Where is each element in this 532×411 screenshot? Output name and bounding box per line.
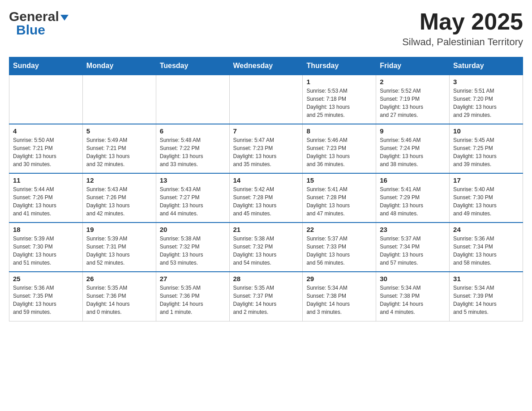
day-info: Sunrise: 5:35 AMSunset: 7:36 PMDaylight:… [160,284,226,316]
calendar-cell: 2Sunrise: 5:52 AMSunset: 7:19 PMDaylight… [376,75,450,124]
day-info: Sunrise: 5:34 AMSunset: 7:39 PMDaylight:… [453,284,519,316]
day-info: Sunrise: 5:36 AMSunset: 7:35 PMDaylight:… [13,284,79,316]
day-info: Sunrise: 5:35 AMSunset: 7:36 PMDaylight:… [86,284,152,316]
day-info: Sunrise: 5:37 AMSunset: 7:33 PMDaylight:… [306,235,372,267]
day-number: 9 [380,127,446,135]
day-number: 17 [453,176,519,184]
header-sunday: Sunday [9,57,83,75]
day-info: Sunrise: 5:41 AMSunset: 7:28 PMDaylight:… [306,185,372,218]
day-number: 2 [380,78,446,86]
calendar-cell: 14Sunrise: 5:42 AMSunset: 7:28 PMDayligh… [229,173,303,223]
calendar-cell: 20Sunrise: 5:38 AMSunset: 7:32 PMDayligh… [156,223,229,272]
day-info: Sunrise: 5:53 AMSunset: 7:18 PMDaylight:… [306,87,372,119]
day-number: 19 [86,226,152,233]
calendar-cell: 10Sunrise: 5:45 AMSunset: 7:25 PMDayligh… [450,124,523,173]
calendar-week-row: 1Sunrise: 5:53 AMSunset: 7:18 PMDaylight… [9,75,523,124]
calendar-cell: 23Sunrise: 5:37 AMSunset: 7:34 PMDayligh… [376,223,450,272]
calendar-cell: 15Sunrise: 5:41 AMSunset: 7:28 PMDayligh… [303,173,376,223]
calendar-week-row: 18Sunrise: 5:39 AMSunset: 7:30 PMDayligh… [9,223,523,272]
day-number: 6 [160,127,226,135]
day-number: 8 [306,127,372,135]
day-info: Sunrise: 5:41 AMSunset: 7:29 PMDaylight:… [380,185,446,218]
calendar-cell: 28Sunrise: 5:35 AMSunset: 7:37 PMDayligh… [229,272,303,321]
day-number: 26 [86,275,152,283]
day-number: 1 [306,78,372,86]
day-info: Sunrise: 5:52 AMSunset: 7:19 PMDaylight:… [380,87,446,119]
calendar-cell: 5Sunrise: 5:49 AMSunset: 7:21 PMDaylight… [82,124,156,173]
day-number: 28 [233,275,299,283]
day-info: Sunrise: 5:39 AMSunset: 7:31 PMDaylight:… [86,235,152,267]
day-info: Sunrise: 5:45 AMSunset: 7:25 PMDaylight:… [453,136,519,168]
calendar-week-row: 11Sunrise: 5:44 AMSunset: 7:26 PMDayligh… [9,173,523,223]
calendar-cell: 7Sunrise: 5:47 AMSunset: 7:23 PMDaylight… [229,124,303,173]
calendar-cell: 26Sunrise: 5:35 AMSunset: 7:36 PMDayligh… [82,272,156,321]
day-number: 29 [306,275,372,283]
calendar-cell: 4Sunrise: 5:50 AMSunset: 7:21 PMDaylight… [9,124,83,173]
calendar-cell: 27Sunrise: 5:35 AMSunset: 7:36 PMDayligh… [156,272,229,321]
title-block: May 2025 Silwad, Palestinian Territory [402,9,523,48]
calendar-cell: 17Sunrise: 5:40 AMSunset: 7:30 PMDayligh… [450,173,523,223]
calendar-table: Sunday Monday Tuesday Wednesday Thursday… [9,57,523,321]
calendar-cell: 12Sunrise: 5:43 AMSunset: 7:26 PMDayligh… [82,173,156,223]
header-monday: Monday [82,57,156,75]
calendar-cell: 21Sunrise: 5:38 AMSunset: 7:32 PMDayligh… [229,223,303,272]
day-number: 21 [233,226,299,233]
day-number: 7 [233,127,299,135]
logo: General Blue [9,9,69,38]
calendar-cell [156,75,229,124]
day-info: Sunrise: 5:51 AMSunset: 7:20 PMDaylight:… [453,87,519,119]
day-number: 13 [160,176,226,184]
day-number: 27 [160,275,226,283]
day-number: 23 [380,226,446,233]
calendar-cell: 19Sunrise: 5:39 AMSunset: 7:31 PMDayligh… [82,223,156,272]
day-info: Sunrise: 5:43 AMSunset: 7:27 PMDaylight:… [160,185,226,218]
calendar-cell: 22Sunrise: 5:37 AMSunset: 7:33 PMDayligh… [303,223,376,272]
calendar-header-row: Sunday Monday Tuesday Wednesday Thursday… [9,57,523,75]
day-number: 16 [380,176,446,184]
day-info: Sunrise: 5:38 AMSunset: 7:32 PMDaylight:… [233,235,299,267]
day-info: Sunrise: 5:40 AMSunset: 7:30 PMDaylight:… [453,185,519,218]
day-info: Sunrise: 5:42 AMSunset: 7:28 PMDaylight:… [233,185,299,218]
calendar-cell [229,75,303,124]
header-wednesday: Wednesday [229,57,303,75]
day-info: Sunrise: 5:46 AMSunset: 7:24 PMDaylight:… [380,136,446,168]
day-info: Sunrise: 5:37 AMSunset: 7:34 PMDaylight:… [380,235,446,267]
day-info: Sunrise: 5:49 AMSunset: 7:21 PMDaylight:… [86,136,152,168]
day-info: Sunrise: 5:38 AMSunset: 7:32 PMDaylight:… [160,235,226,267]
calendar-cell: 25Sunrise: 5:36 AMSunset: 7:35 PMDayligh… [9,272,83,321]
day-number: 5 [86,127,152,135]
day-number: 4 [13,127,79,135]
day-number: 11 [13,176,79,184]
calendar-cell: 9Sunrise: 5:46 AMSunset: 7:24 PMDaylight… [376,124,450,173]
day-info: Sunrise: 5:43 AMSunset: 7:26 PMDaylight:… [86,185,152,218]
day-number: 20 [160,226,226,233]
day-info: Sunrise: 5:39 AMSunset: 7:30 PMDaylight:… [13,235,79,267]
header-friday: Friday [376,57,450,75]
day-number: 25 [13,275,79,283]
day-number: 18 [13,226,79,233]
calendar-cell: 1Sunrise: 5:53 AMSunset: 7:18 PMDaylight… [303,75,376,124]
calendar-cell: 3Sunrise: 5:51 AMSunset: 7:20 PMDaylight… [450,75,523,124]
day-number: 14 [233,176,299,184]
header-saturday: Saturday [450,57,523,75]
day-info: Sunrise: 5:44 AMSunset: 7:26 PMDaylight:… [13,185,79,218]
calendar-cell: 13Sunrise: 5:43 AMSunset: 7:27 PMDayligh… [156,173,229,223]
day-number: 31 [453,275,519,283]
day-number: 10 [453,127,519,135]
day-info: Sunrise: 5:35 AMSunset: 7:37 PMDaylight:… [233,284,299,316]
day-number: 30 [380,275,446,283]
header-tuesday: Tuesday [156,57,229,75]
calendar-week-row: 25Sunrise: 5:36 AMSunset: 7:35 PMDayligh… [9,272,523,321]
page-title: May 2025 [402,9,523,34]
page-header: General Blue May 2025 Silwad, Palestinia… [9,9,523,48]
calendar-cell: 31Sunrise: 5:34 AMSunset: 7:39 PMDayligh… [450,272,523,321]
calendar-cell: 29Sunrise: 5:34 AMSunset: 7:38 PMDayligh… [303,272,376,321]
logo-general: General [9,9,59,24]
day-info: Sunrise: 5:46 AMSunset: 7:23 PMDaylight:… [306,136,372,168]
calendar-cell: 8Sunrise: 5:46 AMSunset: 7:23 PMDaylight… [303,124,376,173]
calendar-cell [9,75,83,124]
day-info: Sunrise: 5:36 AMSunset: 7:34 PMDaylight:… [453,235,519,267]
calendar-cell: 24Sunrise: 5:36 AMSunset: 7:34 PMDayligh… [450,223,523,272]
day-info: Sunrise: 5:34 AMSunset: 7:38 PMDaylight:… [306,284,372,316]
calendar-cell [82,75,156,124]
